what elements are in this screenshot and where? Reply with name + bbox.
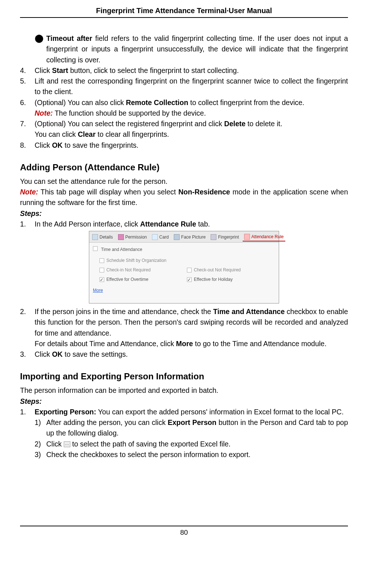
tab-fingerprint[interactable]: Fingerprint [209, 233, 240, 241]
section-b-sub-1: 1) After adding the person, you can clic… [20, 417, 348, 439]
step-7-extra: You can click Clear to clear all fingerp… [20, 129, 348, 140]
step-num: 7. [20, 119, 35, 129]
section-a-intro: You can set the attendance rule for the … [20, 176, 348, 187]
document-body: ⬤ Timeout after field refers to the vali… [20, 33, 348, 460]
note-label: Note: [35, 109, 53, 117]
section-b-sub-3: 3) Check the checkboxes to select the pe… [20, 449, 348, 460]
step-num: 5. [20, 76, 35, 97]
opt-schedule-shift: Schedule Shift by Organization [99, 257, 187, 264]
step-text: If the person joins in the time and atte… [35, 306, 348, 339]
time-attendance-checkbox[interactable] [93, 246, 98, 251]
bullet-icon: ⬤ [35, 33, 46, 65]
section-a-step-1: 1. In the Add Person interface, click At… [20, 219, 348, 229]
browse-icon[interactable] [64, 441, 70, 447]
section-b-intro: The person information can be imported a… [20, 385, 348, 396]
section-b-step-1: 1. Exporting Person: You can export the … [20, 407, 348, 417]
header-title: Fingerprint Time Attendance Terminal·Use… [96, 7, 272, 15]
opt-checkin: Check-in Not Required [99, 267, 187, 273]
step-text: Click to select the path of saving the e… [46, 439, 348, 449]
bullet-text: Timeout after field refers to the valid … [46, 33, 348, 65]
bullet-timeout: ⬤ Timeout after field refers to the vali… [20, 33, 348, 65]
section-import-export-title: Importing and Exporting Person Informati… [20, 370, 348, 383]
step-num: 8. [20, 140, 35, 151]
opt-overtime: Effective for Overtime [99, 276, 187, 283]
face-icon [174, 234, 180, 240]
step-num: 1. [20, 407, 35, 417]
step-text: Exporting Person: You can export the add… [35, 407, 348, 417]
attendance-rule-icon [244, 234, 250, 240]
checkbox-checkout[interactable] [187, 268, 192, 272]
opt-checkout: Check-out Not Required [187, 267, 274, 273]
checkbox-schedule[interactable] [99, 258, 104, 263]
section-a-note: Note: This tab page will display when yo… [20, 187, 348, 208]
step-text: Lift and rest the corresponding fingerpr… [35, 76, 348, 97]
steps-label: Steps: [20, 208, 348, 219]
panel-title: Time and Attendance [92, 245, 276, 256]
step-7: 7. (Optional) You can select the registe… [20, 119, 348, 129]
section-a-step-2: 2. If the person joins in the time and a… [20, 306, 348, 339]
more-link[interactable]: More [92, 284, 103, 294]
step-text: Check the checkboxes to select the perso… [46, 449, 348, 460]
step-text: After adding the person, you can click E… [46, 417, 348, 439]
note-label: Note: [20, 188, 38, 196]
checkbox-overtime[interactable] [99, 277, 104, 282]
card-icon [152, 234, 158, 240]
step-5: 5. Lift and rest the corresponding finge… [20, 76, 348, 97]
embedded-screenshot: Details Permission Card Face Picture Fin… [20, 231, 348, 303]
step-text: In the Add Person interface, click Atten… [35, 219, 348, 229]
section-attendance-rule-title: Adding Person (Attendance Rule) [20, 161, 348, 174]
footer-rule [20, 526, 348, 526]
step-6-note: Note: The function should be supported b… [20, 108, 348, 119]
step-6: 6. (Optional) You can also click Remote … [20, 97, 348, 108]
step-num: 1. [20, 219, 35, 229]
page-number: 80 [20, 529, 348, 537]
checkbox-holiday[interactable] [187, 277, 192, 282]
bullet-lead: Timeout after [46, 34, 92, 42]
page-header: Fingerprint Time Attendance Terminal·Use… [20, 7, 348, 18]
attendance-panel: Time and Attendance Schedule Shift by Or… [89, 243, 279, 303]
details-icon [92, 234, 98, 240]
tab-card[interactable]: Card [150, 233, 170, 241]
tab-face-picture[interactable]: Face Picture [172, 233, 207, 241]
step-8: 8. Click OK to save the fingerprints. [20, 140, 348, 151]
permission-icon [118, 234, 124, 240]
step-num: 6. [20, 97, 35, 108]
step-4: 4. Click Start button, click to select t… [20, 65, 348, 76]
step-text: (Optional) You can also click Remote Col… [35, 97, 348, 108]
steps-label: Steps: [20, 396, 348, 407]
tab-permission[interactable]: Permission [117, 233, 148, 241]
step-num: 4. [20, 65, 35, 76]
fingerprint-icon [211, 234, 216, 240]
section-a-step-2b: For details about Time and Attendance, c… [20, 339, 348, 349]
checkbox-checkin[interactable] [99, 268, 104, 272]
opt-holiday: Effective for Holiday [187, 276, 274, 283]
step-text: Click OK to save the fingerprints. [35, 140, 348, 151]
page-footer: 80 [20, 526, 348, 537]
step-num: 3. [20, 349, 35, 360]
step-text: Click OK to save the settings. [35, 349, 348, 360]
step-num: 1) [35, 417, 46, 439]
tab-bar: Details Permission Card Face Picture Fin… [89, 231, 279, 243]
step-text: Click Start button, click to select the … [35, 65, 348, 76]
step-num: 3) [35, 449, 46, 460]
step-num: 2) [35, 439, 46, 449]
tab-attendance-rule[interactable]: Attendance Rule [243, 233, 285, 241]
step-text: (Optional) You can select the registered… [35, 119, 348, 129]
tab-details[interactable]: Details [91, 233, 114, 241]
section-b-sub-2: 2) Click to select the path of saving th… [20, 439, 348, 449]
section-a-step-3: 3. Click OK to save the settings. [20, 349, 348, 360]
step-num: 2. [20, 306, 35, 339]
